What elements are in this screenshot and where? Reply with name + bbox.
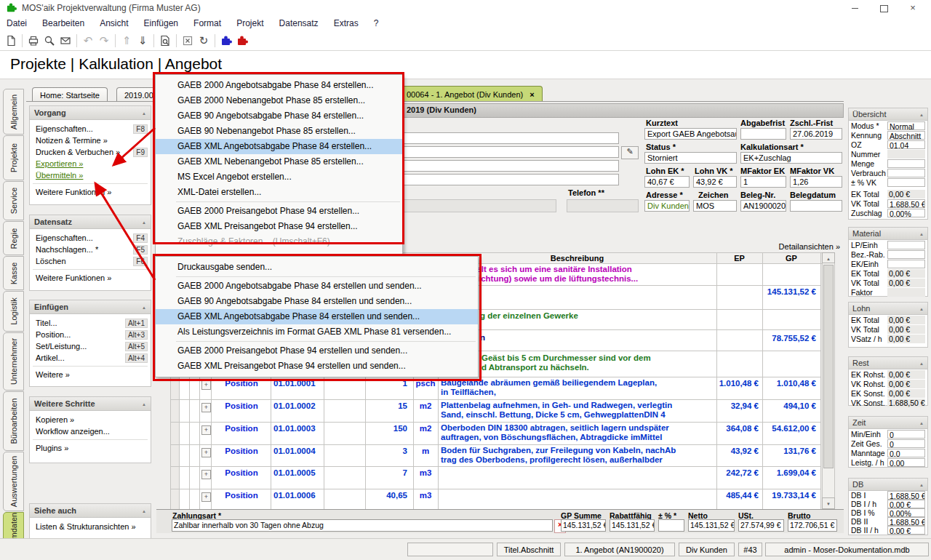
expand-icon[interactable] (201, 425, 211, 435)
row-desc[interactable]: Boden für Suchgraben, zur Freilegung von… (441, 446, 676, 455)
scrollbar-thumb[interactable] (823, 265, 834, 468)
row-type[interactable]: Position (212, 424, 271, 433)
panel-lohn-header[interactable]: Lohn (849, 303, 927, 315)
row-desc[interactable]: Baugelände abräumen gemäß beiliegendem L… (441, 378, 657, 387)
expand-icon[interactable] (201, 470, 211, 479)
row-gp[interactable]: 131,76 € (764, 447, 816, 455)
menu-bearbeiten[interactable]: Bearbeiten (36, 16, 91, 31)
sidebar-item-notizen-termine[interactable]: Notizen & Termine » (30, 135, 151, 146)
menu-item[interactable]: GAEB 2000 Preisangebot Phase 94 erstelle… (156, 204, 402, 219)
kalkulationsart-field[interactable]: EK+Zuschlag (740, 152, 842, 164)
row-ep[interactable]: 32,94 € (718, 401, 759, 410)
row-gp[interactable]: 1.699,04 € (764, 468, 816, 477)
sidebar-item-position[interactable]: Position...Alt+3 (30, 329, 151, 340)
row-desc[interactable]: Plattenbelag aufnehmen, in Geh- und Radw… (441, 401, 672, 409)
row-einheit[interactable]: m3 (413, 491, 438, 500)
abort-icon[interactable] (180, 33, 196, 49)
row-desc[interactable]: auftragen, von Böschungsflächen, Abtragd… (441, 433, 662, 441)
signature-button[interactable] (621, 146, 639, 159)
scroll-up-icon[interactable] (822, 252, 835, 263)
row-desc[interactable]: trag des Oberbodens, profilgerecht lösen… (441, 455, 663, 464)
refresh-icon[interactable]: ↻ (196, 33, 212, 49)
tab-home-startseite[interactable]: Home: Startseite (32, 87, 108, 102)
row-type[interactable]: Position (212, 468, 271, 477)
row-type[interactable]: Position (212, 491, 271, 500)
menu-item-highlighted[interactable]: GAEB XML Angebotsabgabe Phase 84 erstell… (156, 309, 478, 324)
menu-hilfe[interactable]: ? (367, 16, 385, 31)
zeichen-field[interactable]: MOS (693, 200, 737, 212)
sidebar-item-uebermitteln[interactable]: Übermitteln » (30, 169, 151, 181)
redo-icon[interactable]: ↷ (96, 33, 112, 49)
menu-item[interactable]: MS Excel Angebot erstellen... (156, 169, 402, 185)
sidebar-item-loeschen[interactable]: LöschenF6 (30, 255, 151, 267)
belegdatum-field[interactable] (790, 200, 842, 212)
print-preview-icon[interactable] (41, 33, 57, 49)
sidebar-item-exportieren[interactable]: Exportieren » (30, 158, 151, 169)
menu-item[interactable]: GAEB 2000 Angebotsabgabe Phase 84 erstel… (156, 279, 478, 294)
menu-ansicht[interactable]: Ansicht (93, 16, 135, 31)
sidebar-item-weitere-funktionen[interactable]: Weitere Funktionen » (30, 186, 151, 198)
plugin-blue-icon[interactable] (218, 33, 234, 49)
new-document-icon[interactable] (3, 33, 19, 49)
kurztext-field[interactable]: Export GAEB Angebotsauf (644, 128, 737, 140)
bez-rab-field[interactable] (887, 250, 925, 259)
row-oz[interactable]: 01.01.0002 (273, 401, 316, 410)
nav-tab-service[interactable]: Service (3, 181, 24, 220)
row-ep[interactable]: 485,44 € (718, 491, 759, 500)
panel-einfuegen-header[interactable]: Einfügen (30, 300, 151, 314)
tab-angebot-active[interactable]: 00064 - 1. Angebot (Div Kunden) × (399, 86, 543, 102)
menu-item[interactable]: Als Leistungsverzeichnis im Format GAEB … (156, 324, 478, 340)
row-ep[interactable]: 1.010,48 € (718, 379, 759, 388)
min-einh-field[interactable]: 0 (887, 430, 925, 439)
menu-projekt[interactable]: Projekt (230, 16, 270, 31)
row-menge[interactable]: 40,65 (365, 491, 407, 500)
menu-item[interactable]: XML-Datei erstellen... (156, 185, 402, 200)
row-desc[interactable]: Oberboden DIN 18300 abtragen, seitlich l… (441, 423, 669, 432)
sidebar-item-kopieren[interactable]: Kopieren » (30, 414, 151, 425)
row-oz[interactable]: 01.01.0006 (273, 491, 316, 500)
pct-vk-field[interactable] (887, 178, 925, 187)
plugin-red-icon[interactable] (234, 33, 250, 49)
row-desc[interactable]: Sand, einschl. Bettung, Dicke 5 cm, Gehw… (441, 410, 666, 419)
menu-item[interactable]: GAEB XML Nebenangebot Phase 85 erstellen… (156, 154, 402, 169)
panel-material-header[interactable]: Material (849, 228, 927, 240)
mfaktor-ek-field[interactable]: 1 (740, 176, 786, 188)
telefon-field[interactable] (567, 199, 639, 212)
menu-datei[interactable]: Datei (0, 16, 33, 31)
sidebar-item-ds-weitere-funktionen[interactable]: Weitere Funktionen » (30, 272, 151, 284)
row-desc[interactable]: in Teilflächen, (441, 388, 496, 396)
pct-field[interactable] (658, 519, 684, 532)
row-menge[interactable]: 1 (365, 379, 407, 388)
close-button[interactable]: × (898, 0, 927, 16)
row-menge[interactable]: 150 (365, 424, 407, 433)
menu-datensatz[interactable]: Datensatz (273, 16, 325, 31)
row-oz[interactable]: 01.01.0001 (273, 379, 316, 388)
nav-tab-bueroarbeiten[interactable]: Büroarbeiten (3, 391, 24, 451)
row-gp[interactable]: 494,10 € (764, 401, 816, 410)
lp-einh-field[interactable] (887, 241, 925, 249)
oz-field[interactable]: 01.04 (887, 140, 925, 149)
col-gp[interactable]: GP (762, 254, 820, 263)
mfaktor-vk-field[interactable]: 1,26 (790, 176, 842, 188)
panel-zeit-header[interactable]: Zeit (849, 417, 927, 429)
menu-item-highlighted[interactable]: GAEB XML Angebotsabgabe Phase 84 erstell… (156, 139, 402, 154)
sidebar-item-weitere[interactable]: Weitere » (30, 369, 151, 380)
row-einheit[interactable]: m2 (413, 401, 438, 410)
verbrauch-field[interactable] (887, 169, 925, 177)
sidebar-item-plugins[interactable]: Plugins » (30, 442, 151, 454)
row-type[interactable]: Position (212, 447, 271, 455)
email-icon[interactable] (57, 33, 73, 49)
kennung-field[interactable]: Abschnitt (887, 131, 925, 140)
sidebar-item-artikel[interactable]: Artikel...Alt+4 (30, 352, 151, 364)
row-menge[interactable]: 7 (365, 468, 407, 477)
menu-item[interactable]: GAEB 90 Nebenangebot Phase 85 erstellen.… (156, 124, 402, 139)
row-ep[interactable]: 364,08 € (718, 424, 759, 433)
sidebar-item-ds-eigenschaften[interactable]: Eigenschaften...F4 (30, 232, 151, 244)
navigate-up-icon[interactable]: ⇑ (119, 33, 135, 49)
menu-item[interactable]: GAEB 2000 Nebenangebot Phase 85 erstelle… (156, 93, 402, 108)
row-gp[interactable]: 1.010,48 € (764, 379, 816, 388)
maximize-button[interactable] (869, 0, 898, 16)
col-beschreibung[interactable]: Beschreibung (438, 254, 716, 263)
nav-tab-allgemein[interactable]: Allgemein (3, 89, 24, 135)
row-gp[interactable]: 19.733,14 € (764, 491, 816, 500)
